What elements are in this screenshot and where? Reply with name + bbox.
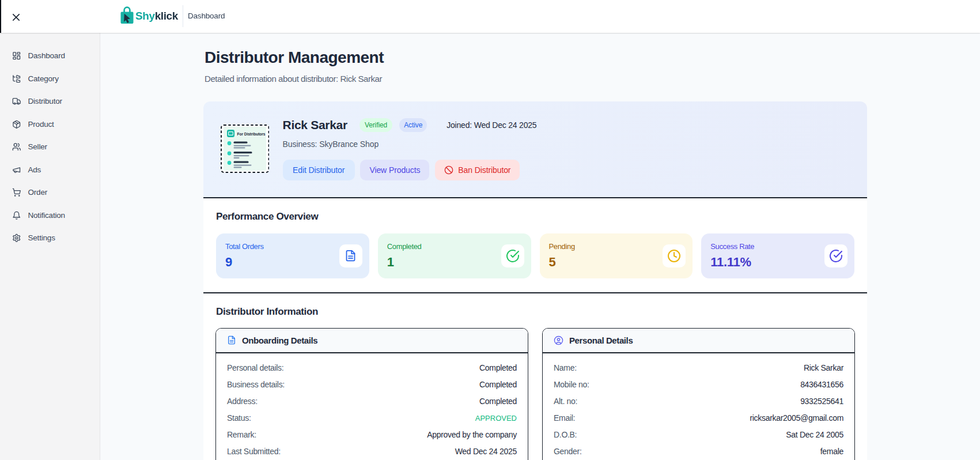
- svg-text:For Distributors: For Distributors: [237, 132, 265, 136]
